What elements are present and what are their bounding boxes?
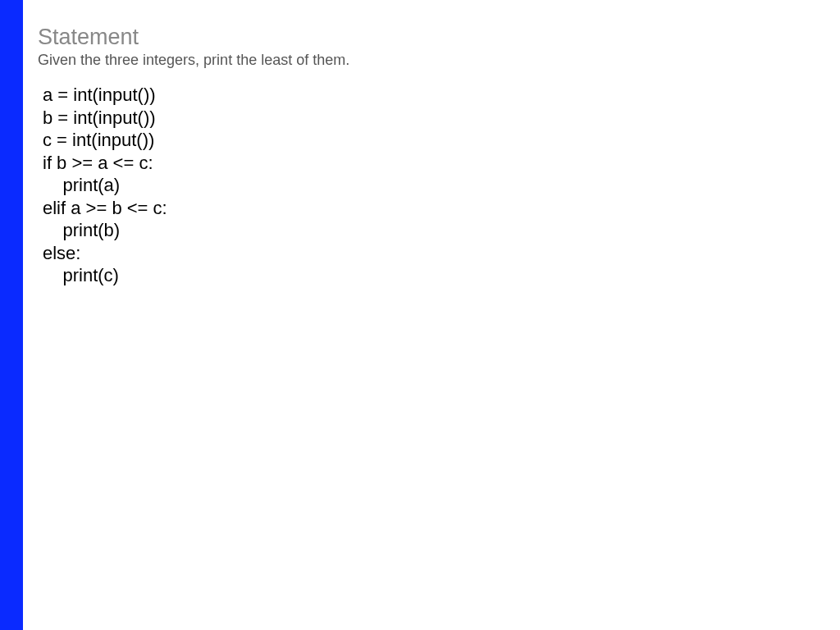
- code-snippet: a = int(input()) b = int(input()) c = in…: [38, 84, 825, 287]
- section-heading: Statement: [38, 25, 825, 50]
- left-accent-bar: [0, 0, 23, 630]
- slide-content: Statement Given the three integers, prin…: [23, 0, 840, 630]
- problem-description: Given the three integers, print the leas…: [38, 52, 825, 69]
